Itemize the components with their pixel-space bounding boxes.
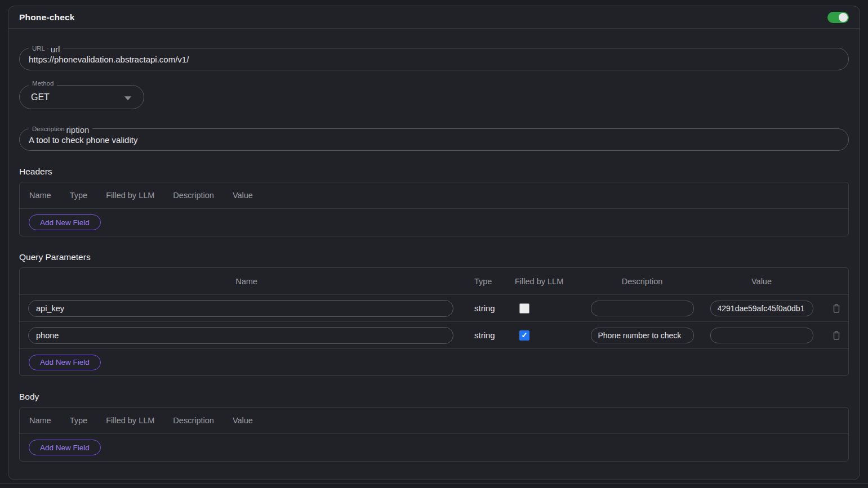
qp-col-type: Type bbox=[473, 277, 514, 286]
qp-col-name: Name bbox=[20, 277, 473, 286]
query-param-row: string bbox=[20, 295, 848, 322]
description-input[interactable] bbox=[20, 135, 848, 145]
param-description-input[interactable] bbox=[591, 328, 694, 343]
chevron-down-icon bbox=[124, 96, 131, 100]
enabled-toggle[interactable] bbox=[827, 12, 849, 23]
description-label-small: Description bbox=[32, 126, 65, 133]
param-type-text: string bbox=[473, 303, 495, 313]
description-field: Description ription bbox=[19, 128, 849, 151]
url-field-label: URL · url bbox=[29, 43, 63, 52]
body-col-name: Name bbox=[29, 416, 51, 425]
method-label: Method bbox=[32, 80, 54, 87]
param-type-text: string bbox=[473, 330, 495, 340]
delete-row-button[interactable] bbox=[832, 330, 841, 341]
headers-col-description: Description bbox=[173, 191, 214, 200]
headers-section-title: Headers bbox=[19, 167, 849, 177]
headers-add-field-button[interactable]: Add New Field bbox=[29, 214, 101, 230]
description-label-large: ription bbox=[66, 126, 90, 134]
query-params-table: Name Type Filled by LLM Description Valu… bbox=[19, 267, 849, 376]
checkmark-icon: ✓ bbox=[522, 332, 528, 339]
titlebar: Phone-check bbox=[8, 6, 860, 29]
headers-table: Name Type Filled by LLM Description Valu… bbox=[19, 182, 849, 236]
query-params-add-field-button[interactable]: Add New Field bbox=[29, 355, 101, 370]
headers-col-filled: Filled by LLM bbox=[106, 191, 154, 200]
description-field-label: Description ription bbox=[29, 124, 92, 132]
body-col-filled: Filled by LLM bbox=[106, 416, 154, 425]
headers-col-type: Type bbox=[70, 191, 87, 200]
param-name-input[interactable] bbox=[28, 327, 453, 344]
method-field[interactable]: Method GET bbox=[19, 85, 144, 109]
param-value-input[interactable] bbox=[710, 328, 813, 343]
headers-table-head: Name Type Filled by LLM Description Valu… bbox=[20, 182, 848, 209]
body-col-description: Description bbox=[173, 416, 214, 425]
filled-by-llm-checkbox[interactable] bbox=[519, 303, 529, 314]
query-param-row: string ✓ bbox=[20, 322, 848, 349]
url-label-separator: · bbox=[47, 46, 49, 52]
trash-icon bbox=[832, 330, 841, 341]
url-field: URL · url bbox=[19, 48, 849, 70]
page-bottom-divider bbox=[0, 483, 868, 483]
delete-row-button[interactable] bbox=[832, 303, 841, 314]
param-name-input[interactable] bbox=[28, 300, 453, 317]
query-params-section-title: Query Parameters bbox=[19, 252, 849, 262]
url-label-large: url bbox=[51, 45, 60, 53]
param-description-input[interactable] bbox=[591, 301, 694, 316]
qp-col-description: Description bbox=[583, 277, 701, 286]
filled-by-llm-checkbox[interactable]: ✓ bbox=[519, 330, 529, 341]
body-table-head: Name Type Filled by LLM Description Valu… bbox=[20, 408, 848, 434]
body-table: Name Type Filled by LLM Description Valu… bbox=[19, 407, 849, 462]
headers-col-value: Value bbox=[233, 191, 253, 200]
query-params-table-head: Name Type Filled by LLM Description Valu… bbox=[20, 268, 848, 295]
method-field-label: Method bbox=[29, 80, 57, 87]
body-col-type: Type bbox=[70, 416, 87, 425]
tool-config-panel: Phone-check URL · url Method GET Descr bbox=[8, 6, 860, 480]
body-col-value: Value bbox=[233, 416, 253, 425]
qp-col-filled: Filled by LLM bbox=[514, 277, 583, 286]
qp-col-value: Value bbox=[701, 277, 822, 286]
url-label-small: URL bbox=[32, 46, 45, 52]
param-value-input[interactable] bbox=[710, 301, 813, 316]
trash-icon bbox=[832, 303, 841, 314]
url-input[interactable] bbox=[20, 55, 848, 64]
body-section-title: Body bbox=[19, 392, 849, 402]
headers-col-name: Name bbox=[29, 191, 51, 200]
toggle-knob bbox=[839, 13, 848, 22]
body-add-field-button[interactable]: Add New Field bbox=[29, 440, 101, 455]
tool-title: Phone-check bbox=[19, 12, 75, 23]
